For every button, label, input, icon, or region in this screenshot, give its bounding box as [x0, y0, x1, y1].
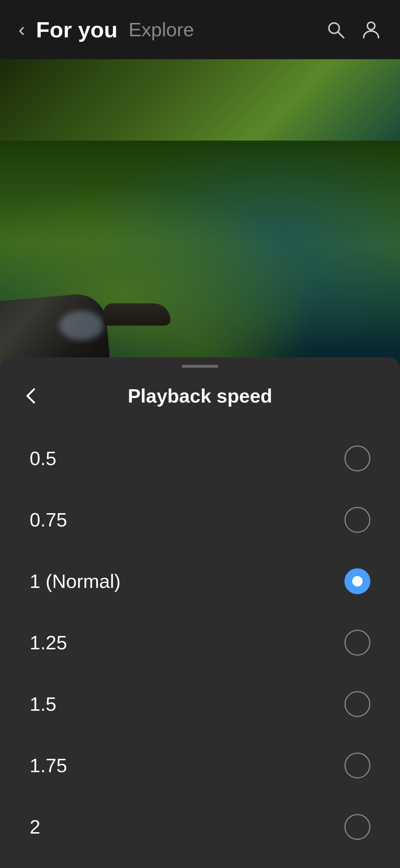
- speed-option-0.5[interactable]: 0.5: [0, 428, 400, 489]
- speed-label-1.25: 1.25: [30, 632, 67, 654]
- speed-options-list: 0.5 0.75 1 (Normal) 1.25 1.5 1.75 2: [0, 420, 400, 865]
- speed-radio-1[interactable]: [344, 568, 370, 594]
- video-animal: [104, 303, 170, 326]
- speed-radio-1.75[interactable]: [344, 753, 370, 778]
- top-navigation: ‹ For you Explore: [0, 0, 400, 59]
- svg-line-1: [338, 32, 344, 38]
- sheet-header: Playback speed: [0, 368, 400, 420]
- search-icon[interactable]: [325, 19, 346, 40]
- speed-radio-0.75[interactable]: [344, 507, 370, 533]
- svg-point-2: [367, 22, 375, 30]
- speed-radio-2[interactable]: [344, 814, 370, 840]
- speed-label-1.5: 1.5: [30, 693, 56, 715]
- speed-option-1.25[interactable]: 1.25: [0, 612, 400, 673]
- speed-radio-0.5[interactable]: [344, 445, 370, 471]
- speed-option-1.5[interactable]: 1.5: [0, 673, 400, 735]
- sheet-drag-handle[interactable]: [181, 365, 219, 368]
- nav-title-group: For you Explore: [36, 17, 325, 43]
- speed-label-1: 1 (Normal): [30, 570, 121, 592]
- speed-label-0.5: 0.5: [30, 447, 56, 470]
- speed-label-1.75: 1.75: [30, 754, 67, 777]
- speed-radio-1.25[interactable]: [344, 630, 370, 656]
- playback-speed-sheet: Playback speed 0.5 0.75 1 (Normal) 1.25 …: [0, 357, 400, 868]
- speed-label-0.75: 0.75: [30, 509, 67, 531]
- nav-explore-label[interactable]: Explore: [129, 18, 194, 41]
- nav-for-you-label[interactable]: For you: [36, 17, 117, 43]
- speed-option-1.75[interactable]: 1.75: [0, 735, 400, 796]
- speed-radio-1.5[interactable]: [344, 691, 370, 717]
- speed-option-1[interactable]: 1 (Normal): [0, 551, 400, 612]
- profile-icon[interactable]: [361, 19, 381, 40]
- video-area: [0, 59, 400, 400]
- nav-icons: [325, 19, 381, 40]
- sheet-back-icon[interactable]: [22, 386, 41, 406]
- speed-label-2: 2: [30, 816, 40, 838]
- nav-back-icon[interactable]: ‹: [19, 18, 25, 41]
- speed-option-2[interactable]: 2: [0, 796, 400, 858]
- speed-option-0.75[interactable]: 0.75: [0, 489, 400, 551]
- sheet-title: Playback speed: [128, 385, 272, 407]
- video-splash: [59, 311, 104, 340]
